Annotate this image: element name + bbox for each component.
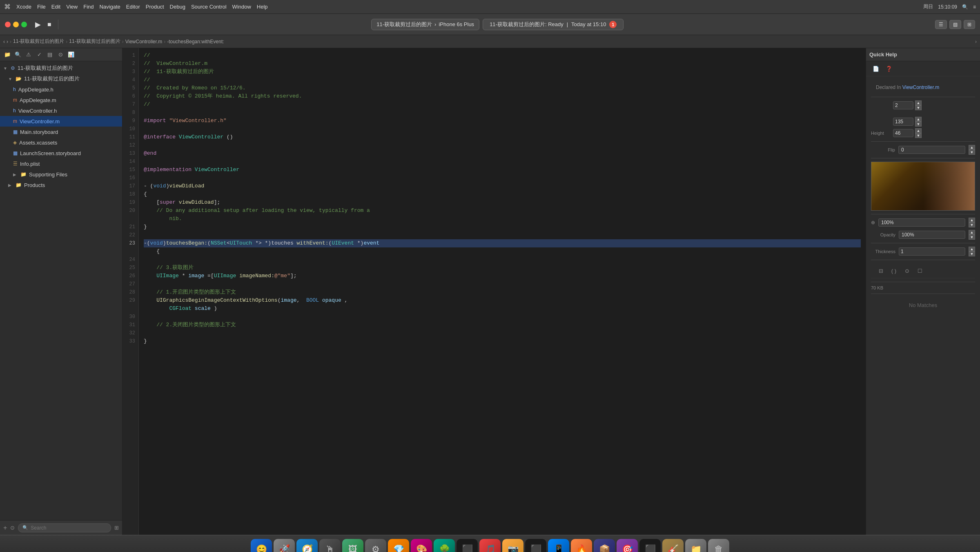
dock-item-finder[interactable]: 😊 (251, 539, 272, 552)
sidebar-search[interactable]: 🔍 (18, 523, 111, 532)
nav-btn-forward[interactable]: › (7, 39, 8, 45)
menu-file[interactable]: File (37, 4, 46, 10)
flip-up[interactable]: ▲ (969, 145, 975, 150)
inspector-file-btn[interactable]: 📄 (871, 64, 881, 73)
dock-item-app2[interactable]: 🔥 (571, 539, 592, 552)
flip-down[interactable]: ▼ (969, 150, 975, 155)
height-input-1[interactable] (893, 118, 913, 126)
h1-up[interactable]: ▲ (915, 117, 922, 122)
sidebar-item-appdelegatem[interactable]: m AppDelegate.m (0, 95, 122, 105)
add-file-btn[interactable]: + (3, 524, 7, 532)
code-content[interactable]: // // ViewController.m // 11-获取裁剪过后的图片 /… (139, 48, 866, 535)
apple-menu[interactable]: ⌘ (4, 3, 11, 11)
sidebar-test-icon[interactable]: ✓ (35, 51, 43, 59)
dock-item-trash[interactable]: 🗑 (708, 539, 729, 552)
sidebar-item-launchscreen[interactable]: ▦ LaunchScreen.storyboard (0, 148, 122, 158)
zoom-input[interactable] (878, 218, 965, 227)
width-stepper-down[interactable]: ▼ (915, 105, 922, 110)
sidebar-search-input[interactable] (31, 525, 107, 531)
dock-item-app1[interactable]: 📱 (548, 539, 569, 552)
dock-item-terminal-2[interactable]: ⬛ (525, 539, 546, 552)
dock-item-sketch[interactable]: 💎 (388, 539, 409, 552)
menu-edit[interactable]: Edit (51, 4, 60, 10)
thickness-input[interactable] (899, 247, 965, 256)
flip-input[interactable] (898, 146, 965, 154)
bottom-icon-1[interactable]: ⊟ (876, 266, 886, 276)
h2-down[interactable]: ▼ (915, 133, 922, 138)
zoom-up[interactable]: ▲ (969, 218, 975, 223)
filter-btn[interactable]: ⊙ (10, 525, 15, 531)
zoom-down[interactable]: ▼ (969, 223, 975, 227)
inspector-toggle[interactable]: ⊞ (964, 20, 975, 29)
menu-editor[interactable]: Editor (126, 4, 140, 10)
breadcrumb-project[interactable]: 11-获取裁剪过后的图片 (13, 38, 64, 45)
dock-item-music[interactable]: 🎵 (479, 539, 501, 552)
run-button[interactable]: ▶ (33, 18, 42, 31)
navigator-toggle[interactable]: ☰ (935, 20, 947, 29)
sidebar-filter-options[interactable]: ⊞ (114, 525, 119, 531)
dock-item-app6[interactable]: 🎸 (662, 539, 684, 552)
dock-item-system-prefs[interactable]: ⚙ (365, 539, 386, 552)
dock-item-app3[interactable]: 📦 (594, 539, 615, 552)
menu-navigate[interactable]: Navigate (99, 4, 120, 10)
dock-item-photos[interactable]: 📷 (502, 539, 523, 552)
menu-view[interactable]: View (66, 4, 78, 10)
menu-source-control[interactable]: Source Control (191, 4, 227, 10)
inspector-quick-help-btn active[interactable]: ❓ (884, 64, 894, 73)
minimize-button[interactable] (13, 22, 19, 27)
opacity-up[interactable]: ▲ (969, 230, 975, 235)
bottom-icon-3[interactable]: ⊙ (902, 266, 912, 276)
sidebar-item-folder[interactable]: ▼ 📂 11-获取裁剪过后的图片 (0, 73, 122, 84)
dock-item-pixelmator[interactable]: 🎨 (411, 539, 432, 552)
sidebar-report-icon[interactable]: 📊 (67, 51, 75, 59)
sidebar-item-products[interactable]: ▶ 📁 Products (0, 180, 122, 190)
menu-debug[interactable]: Debug (170, 4, 185, 10)
dock-item-preview[interactable]: 🖼 (342, 539, 363, 552)
dock-item-terminal-1[interactable]: ⬛ (457, 539, 478, 552)
sidebar-warning-icon[interactable]: ⚠ (24, 51, 33, 59)
sidebar-item-assets[interactable]: ◈ Assets.xcassets (0, 137, 122, 148)
debug-toggle[interactable]: ▧ (949, 20, 961, 29)
opacity-input[interactable] (899, 231, 965, 239)
search-icon[interactable]: 🔍 (962, 4, 968, 10)
width-stepper-up[interactable]: ▲ (915, 100, 922, 105)
nav-btn-back[interactable]: ‹ (3, 39, 5, 45)
dock-item-finder-2[interactable]: 📁 (685, 539, 706, 552)
dock-item-app5[interactable]: ⬛ (639, 539, 661, 552)
breadcrumb-symbol[interactable]: -touchesBegan:withEvent: (167, 39, 224, 45)
h2-up[interactable]: ▲ (915, 128, 922, 133)
thickness-down[interactable]: ▼ (969, 252, 975, 256)
error-badge[interactable]: 1 (609, 21, 617, 28)
sidebar-folder-icon[interactable]: 📁 (3, 51, 11, 59)
sidebar-item-supporting[interactable]: ▶ 📁 Supporting Files (0, 169, 122, 180)
sidebar-item-infoplist[interactable]: ☰ Info.plist (0, 158, 122, 169)
sidebar-item-viewcontrollerm[interactable]: m ViewController.m (0, 116, 122, 127)
bottom-icon-4[interactable]: ☐ (915, 266, 925, 276)
sidebar-item-project[interactable]: ▼ ⚙ 11-获取裁剪过后的图片 (0, 63, 122, 73)
dock-item-app4[interactable]: 🎯 (617, 539, 638, 552)
breadcrumb-folder[interactable]: 11-获取裁剪过后的图片 (69, 38, 120, 45)
breadcrumb-file[interactable]: ViewController.m (125, 39, 162, 45)
menu-window[interactable]: Window (232, 4, 251, 10)
width-input[interactable] (893, 101, 913, 109)
h1-down[interactable]: ▼ (915, 122, 922, 127)
opacity-down[interactable]: ▼ (969, 235, 975, 240)
sidebar-debug-icon[interactable]: ▤ (46, 51, 54, 59)
close-button[interactable] (5, 22, 11, 27)
height-input-2[interactable] (893, 129, 913, 137)
dock-item-sourcetree[interactable]: 🌳 (434, 539, 455, 552)
control-center-icon[interactable]: ≡ (973, 4, 976, 10)
dock-item-safari[interactable]: 🧭 (296, 539, 318, 552)
menu-find[interactable]: Find (83, 4, 94, 10)
menu-help[interactable]: Help (257, 4, 268, 10)
thickness-up[interactable]: ▲ (969, 247, 975, 252)
stop-button[interactable]: ■ (46, 19, 53, 30)
menu-product[interactable]: Product (146, 4, 164, 10)
sidebar-breakpoint-icon[interactable]: ⊙ (56, 51, 65, 59)
sidebar-item-mainstoryboard[interactable]: ▦ Main.storyboard (0, 127, 122, 137)
dock-item-launchpad[interactable]: 🚀 (274, 539, 295, 552)
sidebar-item-viewcontrollerh[interactable]: h ViewController.h (0, 105, 122, 116)
dock-item-mouse[interactable]: 🖱 (319, 539, 341, 552)
menu-xcode[interactable]: Xcode (16, 4, 31, 10)
sidebar-item-appdelegateh[interactable]: h AppDelegate.h (0, 84, 122, 95)
